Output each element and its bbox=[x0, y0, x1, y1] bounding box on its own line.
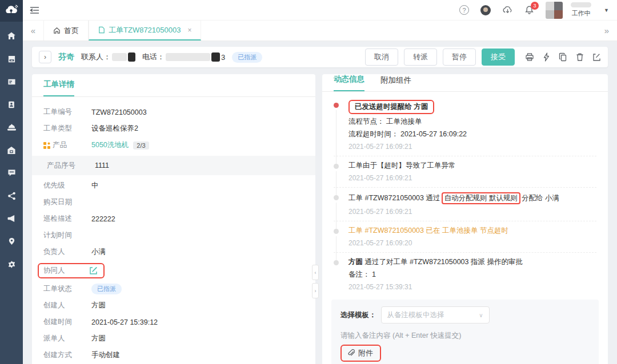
tab-activity[interactable]: 动态信息 bbox=[334, 74, 364, 91]
collapse-menu-icon[interactable] bbox=[30, 6, 39, 14]
sidebar-item-share[interactable] bbox=[0, 191, 23, 201]
clipboard-icon bbox=[7, 55, 16, 63]
collaborator-annotation-box: 协同人 bbox=[38, 263, 105, 278]
chat-bubble-icon bbox=[7, 169, 16, 177]
phone-tail: 3 bbox=[221, 53, 225, 62]
user-avatar[interactable] bbox=[546, 2, 563, 19]
sidebar-item-customer[interactable] bbox=[0, 99, 23, 110]
gear-icon bbox=[7, 260, 16, 269]
user-status[interactable]: 工作中 bbox=[571, 2, 591, 18]
workorder-detail-panel: 工单详情 工单编号 TZW8721050003 工单类型 设备巡检保养2 bbox=[32, 74, 315, 364]
timeline-text: 工单 #TZW8721050003 通过自动分配规则 默认规则分配给 小满 bbox=[348, 192, 596, 204]
field-workorder-status: 工单状态 已指派 bbox=[43, 281, 304, 297]
chevron-down-icon[interactable]: ▼ bbox=[604, 7, 609, 13]
attachment-label: 附件 bbox=[358, 348, 373, 358]
id-card-icon bbox=[7, 100, 15, 109]
field-value: 222222 bbox=[91, 215, 115, 223]
panel-expand-right-handle[interactable]: › bbox=[312, 283, 319, 298]
template-label: 选择模板： bbox=[340, 310, 376, 320]
field-label: 工单类型 bbox=[43, 124, 91, 134]
flow-node-line: 流程节点： 工单池接单 bbox=[348, 116, 596, 127]
assistant-avatar-icon[interactable] bbox=[480, 5, 491, 15]
product-count-badge[interactable]: 2/3 bbox=[133, 141, 149, 149]
accept-button[interactable]: 接受 bbox=[482, 48, 515, 66]
edit-collaborator-icon[interactable] bbox=[89, 266, 98, 275]
megaphone-icon bbox=[7, 215, 16, 223]
field-workorder-number: 工单编号 TZW8721050003 bbox=[43, 104, 304, 120]
field-creator: 创建人 方圆 bbox=[43, 297, 304, 314]
template-select[interactable]: 从备注模板中选择 ∨ bbox=[381, 306, 490, 323]
approval-text: 通过了对工单 #TZW8721050003 指派 操作的审批 bbox=[364, 258, 522, 266]
product-link[interactable]: 5050洗地机 bbox=[91, 140, 129, 150]
phone-redacted bbox=[166, 53, 210, 61]
field-label: 协同人 bbox=[43, 266, 89, 276]
notifications-bell-icon[interactable]: 3 bbox=[524, 5, 534, 15]
sidebar-item-workorder[interactable] bbox=[0, 54, 23, 64]
field-value: 1111 bbox=[95, 161, 109, 169]
activity-timeline: 已发送超时提醒给 方圆 流程节点： 工单池接单 流程超时时间： 2021-05-… bbox=[322, 92, 608, 296]
field-value: 方圆 bbox=[91, 334, 106, 343]
template-select-placeholder: 从备注模板中选择 bbox=[387, 310, 444, 320]
assign-text-before: 工单 #TZW8721050003 通过 bbox=[348, 194, 440, 202]
timeout-reminder-annotation: 已发送超时提醒给 方圆 bbox=[348, 100, 434, 114]
cloud-download-icon[interactable] bbox=[502, 6, 513, 14]
status-label: 工作中 bbox=[572, 9, 591, 18]
tab-workorder-active[interactable]: 工单TZW8721050003 × bbox=[89, 21, 201, 41]
field-priority: 优先级 中 bbox=[43, 177, 304, 194]
attachment-button[interactable]: 附件 bbox=[340, 345, 381, 362]
field-create-method: 创建方式 手动创建 bbox=[43, 347, 304, 363]
field-label: 创建方式 bbox=[43, 350, 91, 360]
home-icon bbox=[7, 31, 16, 41]
sidebar-item-workbench[interactable] bbox=[0, 76, 23, 87]
sidebar-item-service[interactable] bbox=[0, 122, 23, 132]
delete-trash-icon[interactable] bbox=[576, 52, 584, 62]
panel-collapse-left-handle[interactable]: ‹ bbox=[312, 265, 319, 280]
tab-addons[interactable]: 附加组件 bbox=[380, 75, 411, 91]
transfer-button[interactable]: 转派 bbox=[404, 48, 437, 66]
timeline-warning-text: 工单 #TZW8721050003 已在 工单池接单 节点超时 bbox=[348, 226, 596, 236]
field-label: 巡检描述 bbox=[43, 214, 91, 224]
tab-close-icon[interactable]: × bbox=[187, 26, 191, 34]
help-icon[interactable]: ? bbox=[459, 5, 469, 15]
note-input[interactable]: 请输入备注内容 (Alt + Enter 快速提交) bbox=[340, 331, 590, 341]
field-label: 创建人 bbox=[43, 301, 91, 310]
share-network-icon bbox=[7, 192, 16, 200]
tab-workorder-detail[interactable]: 工单详情 bbox=[43, 79, 74, 96]
field-label: 优先级 bbox=[43, 181, 91, 191]
sidebar-item-location[interactable] bbox=[0, 236, 23, 246]
sidebar-item-warehouse[interactable] bbox=[0, 145, 23, 155]
timeline-item: 工单 #TZW8721050003 通过自动分配规则 默认规则分配给 小满 20… bbox=[334, 188, 596, 221]
app-logo[interactable] bbox=[0, 0, 23, 22]
timeline-text: 工单由于【超时】导致了工单异常 bbox=[348, 161, 596, 171]
approver-name: 方圆 bbox=[348, 258, 363, 266]
cancel-button[interactable]: 取消 bbox=[365, 48, 398, 66]
assign-text-after: 分配给 小满 bbox=[522, 194, 559, 202]
tabs-scroll-right-icon[interactable]: » bbox=[596, 21, 617, 41]
print-icon[interactable] bbox=[525, 52, 534, 62]
pause-button[interactable]: 暂停 bbox=[443, 48, 476, 66]
field-value: TZW8721050003 bbox=[91, 108, 147, 116]
top-header: ? 3 工作中 ▼ bbox=[23, 0, 617, 21]
sidebar-item-home[interactable] bbox=[0, 31, 23, 41]
workorder-status-badge: 已指派 bbox=[91, 284, 122, 294]
service-desk-icon bbox=[7, 123, 17, 132]
cloud-wrench-logo-icon bbox=[5, 4, 18, 18]
field-value: 方圆 bbox=[91, 301, 106, 310]
username-redacted bbox=[571, 2, 591, 7]
lightning-icon[interactable] bbox=[543, 52, 550, 62]
sidebar-item-settings[interactable] bbox=[0, 259, 23, 269]
phone-redacted-dark bbox=[211, 52, 220, 62]
field-label: 工单状态 bbox=[43, 284, 91, 294]
approval-note: 备注： 1 bbox=[348, 269, 596, 280]
tabs-scroll-left-icon[interactable]: « bbox=[23, 21, 43, 41]
contact-label: 联系人： bbox=[81, 52, 111, 62]
field-created-time: 创建时间 2021-05-27 15:39:12 bbox=[43, 314, 304, 330]
sidebar-item-announcement[interactable] bbox=[0, 213, 23, 224]
copy-icon[interactable] bbox=[559, 52, 567, 62]
sidebar-item-message[interactable] bbox=[0, 168, 23, 178]
edit-note-icon[interactable] bbox=[592, 53, 601, 62]
field-label: 负责人 bbox=[43, 247, 91, 257]
field-purchase-date: 购买日期 bbox=[43, 194, 304, 211]
expand-detail-button[interactable]: › bbox=[39, 51, 51, 63]
tab-home[interactable]: 首页 bbox=[43, 21, 89, 41]
